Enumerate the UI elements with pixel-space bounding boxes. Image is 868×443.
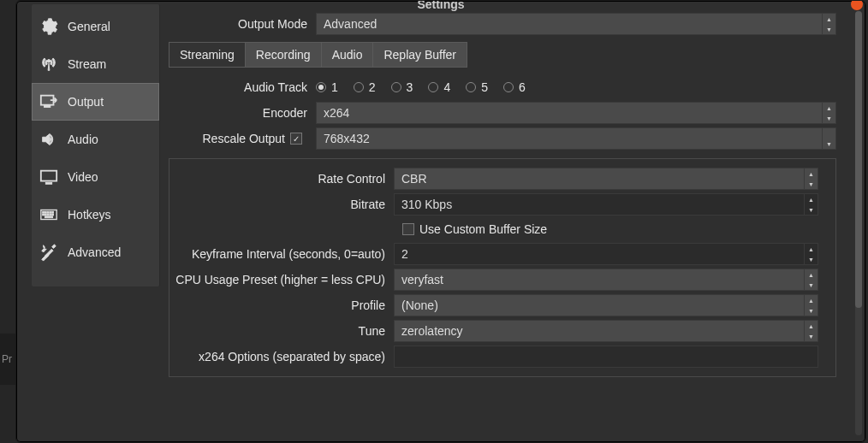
dropdown-icon[interactable]: ▼ — [822, 128, 835, 149]
sidebar-item-label: Output — [68, 95, 104, 109]
keyboard-icon — [39, 204, 59, 225]
updown-icon[interactable]: ▲▼ — [804, 168, 817, 189]
svg-rect-5 — [43, 211, 45, 213]
sidebar-item-general[interactable]: General — [32, 8, 159, 45]
output-settings-panel: Output Mode Advanced ▲▼ Streaming Record… — [160, 4, 865, 442]
tools-icon — [39, 242, 59, 263]
output-mode-label: Output Mode — [169, 17, 316, 31]
tab-streaming[interactable]: Streaming — [169, 43, 246, 67]
sidebar-item-label: Stream — [68, 57, 106, 71]
updown-icon[interactable]: ▲▼ — [804, 321, 817, 341]
tab-audio[interactable]: Audio — [322, 43, 374, 67]
audio-track-5[interactable]: 5 — [466, 80, 488, 94]
monitor-icon — [39, 167, 59, 187]
sidebar-item-stream[interactable]: Stream — [32, 45, 159, 83]
scrollbar[interactable] — [855, 11, 862, 435]
svg-rect-14 — [52, 214, 54, 216]
encoder-label: Encoder — [169, 106, 316, 120]
custom-buffer-label: Use Custom Buffer Size — [419, 222, 547, 236]
svg-rect-2 — [41, 171, 56, 181]
rescale-output-select[interactable]: 768x432 ▼ — [316, 127, 836, 150]
bitrate-input[interactable]: 310 Kbps ▲▼ — [394, 193, 818, 216]
output-mode-select[interactable]: Advanced ▲▼ — [316, 13, 836, 35]
output-icon — [39, 92, 59, 112]
sidebar-item-label: General — [68, 20, 110, 33]
spinner-icon[interactable]: ▲▼ — [804, 244, 817, 264]
cpu-preset-label: CPU Usage Preset (higher = less CPU) — [169, 273, 394, 286]
gear-icon — [39, 16, 59, 37]
svg-rect-10 — [43, 214, 45, 216]
audio-track-4[interactable]: 4 — [428, 80, 450, 94]
sidebar-item-advanced[interactable]: Advanced — [32, 233, 159, 271]
sidebar-item-label: Hotkeys — [68, 208, 111, 222]
sidebar-item-output[interactable]: Output — [32, 83, 159, 121]
scrollbar-thumb[interactable] — [855, 11, 862, 308]
sidebar-item-hotkeys[interactable]: Hotkeys — [32, 196, 159, 233]
tab-recording[interactable]: Recording — [246, 43, 322, 67]
updown-icon[interactable]: ▲▼ — [822, 14, 835, 34]
svg-rect-12 — [47, 214, 49, 216]
antenna-icon — [39, 54, 59, 74]
obscured-left-strip: Pr — [0, 334, 15, 385]
audio-track-label: Audio Track — [169, 80, 316, 94]
cpu-preset-select[interactable]: veryfast ▲▼ — [394, 269, 818, 291]
updown-icon[interactable]: ▲▼ — [822, 103, 835, 123]
rate-control-select[interactable]: CBR ▲▼ — [394, 168, 818, 190]
tune-select[interactable]: zerolatency ▲▼ — [394, 320, 818, 342]
sidebar-item-label: Audio — [68, 133, 98, 146]
audio-track-3[interactable]: 3 — [391, 80, 413, 94]
sidebar-item-label: Video — [68, 170, 98, 184]
tune-label: Tune — [169, 324, 394, 338]
custom-buffer-checkbox[interactable] — [402, 223, 414, 235]
svg-rect-9 — [52, 211, 54, 213]
sidebar-item-video[interactable]: Video — [32, 158, 159, 196]
audio-track-2[interactable]: 2 — [354, 80, 376, 94]
updown-icon[interactable]: ▲▼ — [804, 295, 817, 316]
svg-rect-11 — [45, 214, 46, 216]
rescale-checkbox[interactable]: ✓ — [290, 133, 302, 145]
svg-rect-8 — [50, 211, 51, 213]
keyframe-label: Keyframe Interval (seconds, 0=auto) — [169, 247, 394, 261]
svg-rect-1 — [45, 106, 51, 108]
x264-opts-label: x264 Options (separated by space) — [169, 350, 394, 363]
sidebar-item-label: Advanced — [68, 245, 121, 259]
speaker-icon — [39, 129, 59, 150]
x264-opts-input[interactable] — [394, 346, 818, 368]
profile-label: Profile — [169, 298, 394, 312]
settings-sidebar: General Stream Output Audio — [32, 4, 160, 286]
audio-track-6[interactable]: 6 — [503, 80, 526, 94]
rescale-label: Rescale Output — [203, 132, 286, 145]
svg-rect-13 — [50, 214, 51, 216]
updown-icon[interactable]: ▲▼ — [804, 269, 817, 290]
tab-replay-buffer[interactable]: Replay Buffer — [373, 43, 467, 67]
audio-track-1[interactable]: 1 — [316, 80, 338, 94]
sidebar-item-audio[interactable]: Audio — [32, 121, 159, 158]
svg-rect-3 — [45, 182, 51, 184]
output-tabs: Streaming Recording Audio Replay Buffer — [169, 42, 467, 68]
rate-control-label: Rate Control — [169, 172, 394, 186]
encoder-select[interactable]: x264 ▲▼ — [316, 102, 836, 124]
svg-rect-7 — [47, 211, 49, 213]
svg-rect-15 — [45, 216, 52, 218]
svg-rect-6 — [45, 211, 46, 213]
profile-select[interactable]: (None) ▲▼ — [394, 294, 818, 316]
bitrate-label: Bitrate — [169, 198, 394, 211]
audio-track-radios: 1 2 3 4 5 6 — [316, 74, 526, 100]
keyframe-input[interactable]: 2 ▲▼ — [394, 243, 818, 265]
encoder-settings-group: Rate Control CBR ▲▼ Bitrate 310 Kbps ▲▼ — [169, 158, 836, 377]
spinner-icon[interactable]: ▲▼ — [804, 194, 817, 215]
